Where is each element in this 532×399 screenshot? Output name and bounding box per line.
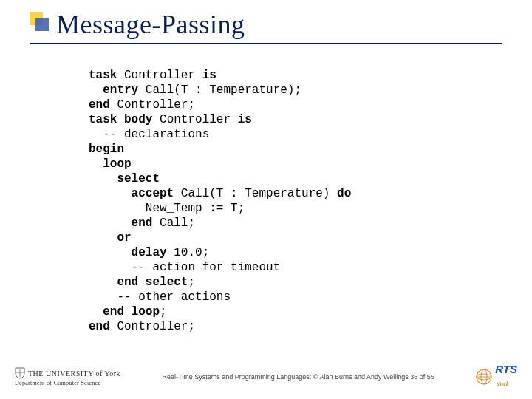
code-block: task Controller is entry Call(T : Temper… bbox=[89, 68, 351, 334]
globe-icon bbox=[476, 369, 492, 385]
kw: loop bbox=[89, 157, 132, 171]
code-text: Controller; bbox=[110, 98, 195, 112]
kw: select bbox=[89, 172, 160, 185]
kw: accept bbox=[89, 187, 174, 200]
code-text: 10.0; bbox=[167, 246, 210, 259]
kw: end bbox=[89, 276, 138, 289]
code-text bbox=[138, 276, 146, 289]
code-text: Call(T : Temperature) bbox=[174, 187, 337, 200]
footer: THE UNIVERSITY of York Department of Com… bbox=[0, 361, 532, 393]
code-text bbox=[124, 305, 132, 318]
rts-logo: RTS York bbox=[476, 364, 517, 390]
slide: Message-Passing task Controller is entry… bbox=[0, 0, 532, 399]
kw: is bbox=[238, 113, 252, 126]
code-text: ; bbox=[160, 305, 167, 318]
kw: do bbox=[337, 187, 351, 200]
kw: task bbox=[89, 69, 117, 82]
kw: task body bbox=[89, 113, 152, 126]
rts-sub: York bbox=[496, 381, 509, 388]
shield-icon bbox=[15, 367, 25, 379]
code-text: Call(T : Temperature); bbox=[138, 83, 301, 97]
kw: entry bbox=[89, 83, 138, 97]
title-wrap: Message-Passing bbox=[30, 9, 245, 40]
code-text: Controller; bbox=[110, 320, 195, 333]
kw: end bbox=[89, 216, 152, 230]
kw: loop bbox=[132, 305, 160, 318]
kw: end bbox=[89, 320, 110, 333]
code-text: -- action for timeout bbox=[89, 261, 280, 274]
university-name: THE UNIVERSITY of York bbox=[28, 369, 120, 378]
kw: begin bbox=[89, 143, 124, 156]
kw: is bbox=[202, 69, 216, 82]
code-text: Call; bbox=[152, 216, 195, 230]
kw: select bbox=[146, 276, 188, 289]
university-logo: THE UNIVERSITY of York Department of Com… bbox=[15, 367, 120, 386]
rts-label: RTS bbox=[495, 363, 517, 375]
code-text: New_Temp := T; bbox=[89, 202, 245, 215]
title-underline bbox=[30, 43, 502, 44]
kw: end bbox=[89, 305, 124, 318]
code-text: Controller bbox=[152, 113, 237, 126]
kw: end bbox=[89, 98, 110, 112]
kw: or bbox=[89, 231, 132, 245]
footer-text: Real-Time Systems and Programming Langua… bbox=[120, 373, 476, 381]
code-text: ; bbox=[188, 276, 195, 289]
code-text: Controller bbox=[117, 69, 202, 82]
university-dept: Department of Computer Science bbox=[15, 380, 100, 386]
title-decoration-icon bbox=[30, 12, 49, 31]
kw: delay bbox=[89, 246, 167, 259]
code-text: -- declarations bbox=[89, 128, 209, 141]
page-title: Message-Passing bbox=[30, 9, 245, 40]
code-text: -- other actions bbox=[89, 290, 231, 304]
